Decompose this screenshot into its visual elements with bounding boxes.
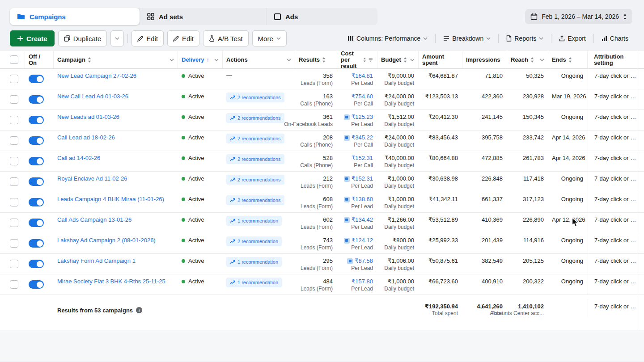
- recommendations-pill[interactable]: 2 recommendations: [226, 113, 284, 123]
- campaign-name-link[interactable]: Call Lead ad 18-02-26: [57, 134, 174, 141]
- tab-ads[interactable]: Ads: [267, 8, 377, 25]
- reports-button[interactable]: Reports: [502, 30, 547, 46]
- campaign-on-toggle[interactable]: [29, 75, 44, 83]
- row-checkbox[interactable]: [10, 219, 18, 227]
- campaign-on-toggle[interactable]: [29, 198, 44, 206]
- row-checkbox[interactable]: [10, 136, 18, 145]
- column-header-impressions[interactable]: Impressions: [462, 51, 507, 68]
- columns-button[interactable]: Columns: Performance: [343, 30, 432, 46]
- cost-value[interactable]: ₹134.42: [352, 216, 373, 223]
- sort-arrows-icon[interactable]: [403, 57, 407, 63]
- recommendations-pill[interactable]: 2 recommendations: [226, 93, 284, 102]
- cost-value[interactable]: ₹138.60: [352, 196, 373, 203]
- edit-button-2[interactable]: Edit: [167, 30, 199, 46]
- recommendations-pill[interactable]: 2 recommendations: [226, 175, 284, 185]
- campaign-name-link[interactable]: Lakshay Ad Campaign 2 (08-01-2026): [57, 237, 174, 244]
- select-all-checkbox[interactable]: [10, 55, 18, 64]
- chevron-down-icon[interactable]: [410, 59, 415, 61]
- campaign-on-toggle[interactable]: [29, 239, 44, 248]
- row-checkbox[interactable]: [10, 260, 18, 268]
- campaign-name-link[interactable]: Leads Campaign 4 BHK Miraa (11-01-26): [57, 196, 174, 203]
- campaign-on-toggle[interactable]: [29, 177, 44, 186]
- cost-value[interactable]: ₹152.31: [352, 175, 373, 182]
- sort-arrows-icon[interactable]: [88, 57, 91, 63]
- recommendations-pill[interactable]: 1 recommendation: [226, 216, 282, 226]
- column-header-attribution[interactable]: Attribution setting: [588, 51, 644, 68]
- chevron-down-icon[interactable]: [169, 59, 174, 61]
- cost-value[interactable]: ₹152.31: [352, 155, 373, 162]
- row-checkbox[interactable]: [10, 177, 18, 186]
- campaign-on-toggle[interactable]: [29, 219, 44, 227]
- row-checkbox[interactable]: [10, 157, 18, 165]
- cost-value[interactable]: ₹754.60: [352, 93, 373, 100]
- column-header-results[interactable]: Results: [295, 51, 337, 68]
- chevron-down-icon[interactable]: [540, 59, 544, 61]
- recommendations-pill[interactable]: 1 recommendation: [226, 257, 282, 267]
- sort-arrows-icon[interactable]: [322, 57, 326, 63]
- tab-campaigns[interactable]: Campaigns: [10, 8, 140, 25]
- recommendations-pill[interactable]: 2 recommendations: [226, 134, 284, 143]
- more-button[interactable]: More: [252, 30, 287, 46]
- campaign-on-toggle[interactable]: [29, 157, 44, 165]
- results-cell: 484 Leads (Form): [295, 274, 337, 295]
- row-checkbox[interactable]: [10, 116, 18, 124]
- cost-value[interactable]: ₹124.12: [352, 237, 373, 244]
- charts-button[interactable]: Charts: [597, 30, 632, 46]
- row-checkbox[interactable]: [10, 280, 18, 289]
- column-header-reach[interactable]: Reach: [507, 51, 548, 68]
- sort-arrows-icon[interactable]: [568, 57, 572, 63]
- info-icon[interactable]: i: [136, 307, 142, 313]
- edit-button[interactable]: Edit: [131, 30, 164, 46]
- cost-value[interactable]: ₹87.58: [355, 257, 373, 265]
- campaign-name-link[interactable]: New Call Lead Ad 01-03-26: [57, 93, 174, 100]
- cost-value[interactable]: ₹164.81: [352, 72, 373, 80]
- column-header-campaign[interactable]: Campaign: [54, 51, 178, 68]
- campaign-name-link[interactable]: Mirae Society Flat 3 BHK 4-Rths 25-11-25: [57, 278, 174, 285]
- chevron-down-icon[interactable]: [287, 59, 291, 61]
- campaign-on-toggle[interactable]: [29, 136, 44, 145]
- campaign-name-link[interactable]: New Leads ad 01-03-26: [57, 114, 174, 121]
- duplicate-button[interactable]: Duplicate: [58, 30, 107, 46]
- campaign-on-toggle[interactable]: [29, 280, 44, 289]
- create-button[interactable]: Create: [10, 30, 55, 46]
- duplicate-dropdown-button[interactable]: [110, 30, 124, 46]
- export-button[interactable]: Export: [555, 30, 589, 46]
- campaign-on-toggle[interactable]: [29, 260, 44, 268]
- date-range-picker[interactable]: Feb 1, 2026 – Mar 14, 2026: [525, 9, 632, 24]
- recommendations-pill[interactable]: 1 recommendation: [226, 278, 282, 287]
- cost-value[interactable]: ₹157.80: [352, 278, 373, 285]
- cost-value[interactable]: ₹345.22: [352, 134, 373, 141]
- breakdown-button[interactable]: Breakdown: [439, 30, 495, 46]
- cost-value[interactable]: ₹125.23: [352, 114, 373, 121]
- recommendations-pill[interactable]: 2 recommendation: [226, 236, 282, 246]
- row-checkbox[interactable]: [10, 95, 18, 104]
- column-header-amount-spent[interactable]: Amount spent: [419, 51, 462, 68]
- cost-filter-icon[interactable]: [368, 57, 373, 63]
- results-cell: 608 Leads (Form): [295, 192, 337, 212]
- ends-value: Ongoing: [561, 175, 583, 182]
- sort-arrows-icon[interactable]: [363, 57, 366, 63]
- sort-arrows-icon[interactable]: [503, 57, 503, 63]
- campaign-on-toggle[interactable]: [29, 116, 44, 124]
- column-header-budget[interactable]: Budget: [377, 51, 419, 68]
- campaign-name-link[interactable]: New Lead Campaign 27-02-26: [57, 72, 174, 80]
- results-cell: 163 Calls (Phone): [295, 89, 337, 109]
- campaign-name-link[interactable]: Call Ads Campaign 13-01-26: [57, 216, 174, 223]
- row-checkbox[interactable]: [10, 198, 18, 206]
- sort-arrows-icon[interactable]: [530, 57, 534, 63]
- recommendations-pill[interactable]: 2 recommendations: [226, 195, 284, 205]
- campaign-name-link[interactable]: Lakshay Form Ad Campaign 1: [57, 257, 174, 265]
- tab-ad-sets[interactable]: Ad sets: [140, 8, 267, 25]
- ab-test-button[interactable]: A/B Test: [203, 30, 249, 46]
- column-header-actions[interactable]: Actions: [223, 51, 295, 68]
- column-header-delivery[interactable]: Delivery ↑: [178, 51, 223, 68]
- campaign-name-link[interactable]: Royal Enclave Ad 11-02-26: [57, 175, 174, 182]
- row-checkbox[interactable]: [10, 75, 18, 83]
- campaign-name-link[interactable]: Call ad 14-02-26: [57, 155, 174, 162]
- column-header-ends[interactable]: Ends: [548, 51, 588, 68]
- row-checkbox[interactable]: [10, 239, 18, 248]
- column-header-cost-per-result[interactable]: Cost per result: [337, 51, 377, 68]
- campaign-on-toggle[interactable]: [29, 95, 44, 104]
- chevron-down-icon[interactable]: [214, 59, 219, 61]
- recommendations-pill[interactable]: 2 recommendations: [226, 154, 284, 164]
